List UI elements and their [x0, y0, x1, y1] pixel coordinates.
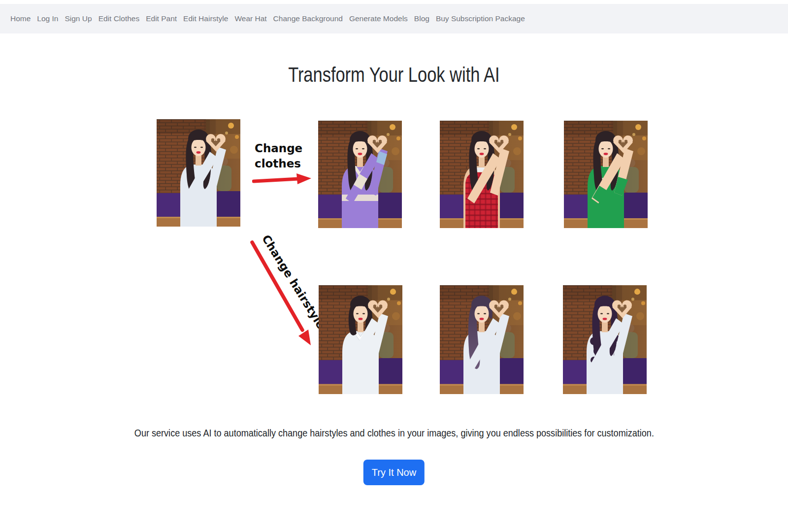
nav-item-change-background[interactable]: Change Background: [273, 15, 343, 23]
nav-item-generate-models[interactable]: Generate Models: [349, 15, 408, 23]
page-title-text: Transform Your Look with AI: [288, 63, 499, 87]
nav-item-buy-subscription-package[interactable]: Buy Subscription Package: [436, 15, 525, 23]
photo-clothes-purple-hanbok: [318, 121, 402, 228]
nav-item-edit-clothes[interactable]: Edit Clothes: [98, 15, 140, 23]
change-clothes-arrow-icon: [252, 172, 312, 186]
page-title: Transform Your Look with AI: [0, 63, 788, 87]
try-it-now-button[interactable]: Try It Now: [363, 460, 425, 485]
top-navbar: HomeLog InSign UpEdit ClothesEdit PantEd…: [0, 4, 788, 33]
nav-item-sign-up[interactable]: Sign Up: [65, 15, 92, 23]
photo-clothes-green-tshirt: [564, 121, 648, 228]
photo-hairstyle-long-ombre: [440, 285, 524, 394]
service-description: Our service uses AI to automatically cha…: [0, 426, 788, 440]
nav-item-edit-hairstyle[interactable]: Edit Hairstyle: [183, 15, 228, 23]
service-description-text: Our service uses AI to automatically cha…: [134, 426, 654, 440]
change-clothes-label: Change clothes: [255, 141, 304, 171]
change-hairstyles-arrow-icon: [247, 239, 316, 354]
landing-page: HomeLog InSign UpEdit ClothesEdit PantEd…: [0, 0, 788, 532]
photo-hairstyle-short-bob: [319, 285, 402, 394]
nav-item-home[interactable]: Home: [10, 15, 31, 23]
nav-item-edit-pant[interactable]: Edit Pant: [146, 15, 177, 23]
photo-hairstyle-wavy: [563, 285, 647, 394]
nav-item-log-in[interactable]: Log In: [37, 15, 58, 23]
photo-clothes-red-plaid: [440, 121, 524, 228]
nav-item-wear-hat[interactable]: Wear Hat: [234, 15, 266, 23]
nav-item-blog[interactable]: Blog: [414, 15, 429, 23]
photo-original: [157, 119, 240, 227]
